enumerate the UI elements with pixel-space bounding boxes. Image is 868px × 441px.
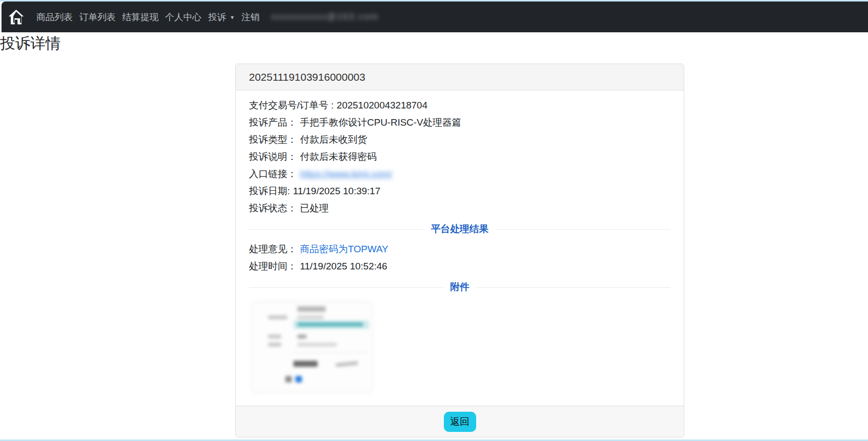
field-value: 20251020043218704 (337, 100, 428, 111)
field-label: 投诉产品： (249, 117, 297, 128)
nav-item-order-list[interactable]: 订单列表 (79, 11, 116, 23)
page-title: 投诉详情 (0, 33, 61, 54)
detail-row-transaction: 支付交易号/订单号 :20251020043218704 (249, 97, 671, 114)
attachment-blurred-preview (249, 301, 375, 394)
detail-row-handle-time: 处理时间：11/19/2025 10:52:46 (249, 258, 671, 275)
attachment-chip-blue (295, 376, 302, 382)
complaint-status: 已处理 (300, 203, 329, 213)
attachment-image[interactable] (249, 301, 375, 394)
handle-time-value: 11/19/2025 10:52:46 (300, 261, 387, 271)
divider-line (496, 229, 671, 230)
detail-row-entry-link: 入口链接：https://www.kimi.com/ (249, 166, 671, 183)
field-label: 投诉状态： (249, 203, 297, 213)
complaint-id: 20251119103916000003 (249, 71, 365, 83)
navbar: 商品列表 订单列表 结算提现 个人中心 投诉▼ 注销 xxxxxxxxxx@16… (2, 2, 868, 32)
user-email-blurred: xxxxxxxxxx@163.com (271, 12, 379, 22)
detail-row-description: 投诉说明：付款后未获得密码 (249, 148, 671, 166)
divider-line (249, 229, 424, 230)
home-icon (7, 9, 25, 26)
divider-line (249, 287, 443, 288)
entry-link-blurred[interactable]: https://www.kimi.com/ (300, 169, 392, 179)
detail-row-type: 投诉类型：付款后未收到货 (249, 131, 671, 148)
back-button[interactable]: 返回 (444, 412, 476, 432)
detail-row-status: 投诉状态：已处理 (249, 200, 671, 217)
field-label: 投诉类型： (249, 134, 297, 145)
attachment-chip-gray (285, 376, 292, 382)
field-label: 入口链接： (249, 169, 297, 179)
attachment-title: 附件 (450, 281, 470, 294)
home-button[interactable] (5, 6, 27, 28)
field-value: 手把手教你设计CPU-RISC-V处理器篇 (300, 117, 462, 128)
field-value: 付款后未收到货 (300, 134, 367, 145)
field-label: 处理时间： (249, 261, 297, 271)
nav-item-settlement[interactable]: 结算提现 (122, 11, 159, 23)
divider-line (477, 287, 671, 288)
nav-item-logout[interactable]: 注销 (241, 11, 260, 23)
field-label: 处理意见： (249, 244, 297, 254)
complaint-detail-card: 20251119103916000003 支付交易号/订单号 :20251020… (235, 64, 684, 437)
card-body: 支付交易号/订单号 :20251020043218704 投诉产品：手把手教你设… (236, 90, 684, 406)
field-label: 投诉日期: (249, 186, 290, 196)
card-header: 20251119103916000003 (236, 64, 684, 90)
nav-item-complaint-menu[interactable]: 投诉▼ (208, 11, 235, 23)
caret-down-icon: ▼ (230, 15, 235, 20)
detail-row-handle-opinion: 处理意见：商品密码为TOPWAY (249, 241, 671, 258)
nav-item-product-list[interactable]: 商品列表 (36, 11, 73, 23)
nav-item-profile[interactable]: 个人中心 (165, 11, 201, 23)
field-label: 支付交易号/订单号 : (249, 100, 334, 111)
field-label: 投诉说明： (249, 151, 297, 162)
attachment-divider: 附件 (249, 281, 671, 294)
field-value: 付款后未获得密码 (300, 151, 377, 162)
detail-row-date: 投诉日期:11/19/2025 10:39:17 (249, 183, 671, 200)
platform-result-title: 平台处理结果 (431, 223, 489, 236)
card-footer: 返回 (236, 406, 684, 437)
field-value: 11/19/2025 10:39:17 (293, 186, 380, 196)
platform-result-divider: 平台处理结果 (249, 223, 671, 236)
handle-opinion-value: 商品密码为TOPWAY (300, 244, 388, 254)
complaint-menu-label: 投诉 (208, 12, 226, 22)
detail-row-product: 投诉产品：手把手教你设计CPU-RISC-V处理器篇 (249, 114, 671, 131)
